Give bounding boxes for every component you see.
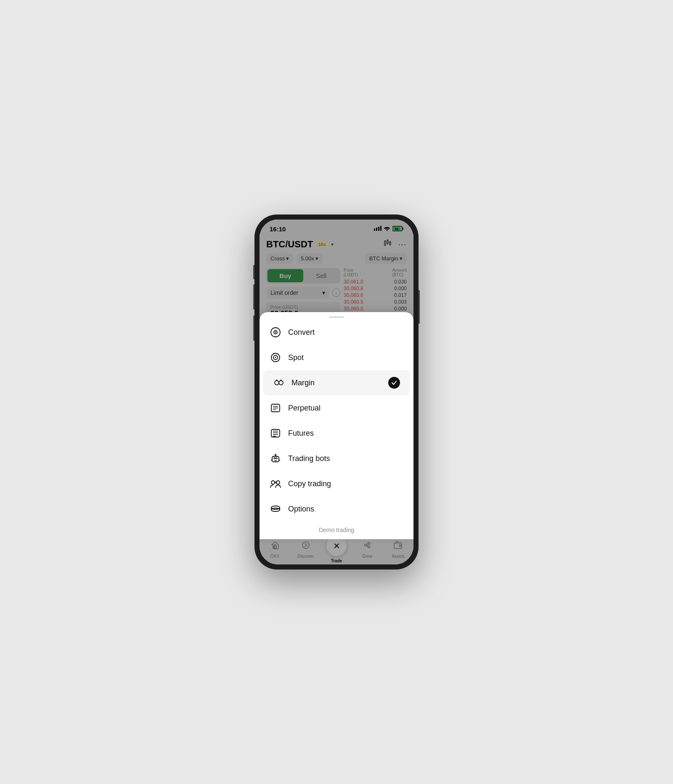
sheet-item-copy-trading[interactable]: Copy trading bbox=[260, 471, 413, 496]
side-button-power bbox=[419, 290, 420, 324]
margin-label: Margin bbox=[291, 379, 315, 387]
sheet-item-spot[interactable]: Spot bbox=[260, 345, 413, 370]
side-button-vol-down bbox=[253, 315, 254, 341]
svg-point-44 bbox=[271, 481, 275, 484]
selected-check bbox=[388, 377, 400, 389]
svg-point-45 bbox=[276, 481, 280, 484]
side-button-silent bbox=[253, 265, 254, 279]
trading-bots-label: Trading bots bbox=[288, 454, 330, 463]
futures-label: Futures bbox=[288, 429, 314, 438]
demo-trading-label: Demo trading bbox=[319, 527, 354, 533]
copy-trading-icon bbox=[270, 478, 281, 490]
trading-bots-icon bbox=[270, 453, 281, 464]
sheet-item-futures[interactable]: Futures bbox=[260, 421, 413, 446]
spot-label: Spot bbox=[288, 353, 304, 362]
svg-rect-38 bbox=[276, 458, 277, 459]
futures-icon bbox=[270, 427, 281, 439]
options-label: Options bbox=[288, 505, 314, 514]
convert-icon bbox=[270, 326, 281, 338]
sheet-item-perpetual[interactable]: Perpetual bbox=[260, 395, 413, 421]
sheet-item-convert[interactable]: Convert bbox=[260, 320, 413, 345]
phone-frame: 16:10 94 bbox=[254, 215, 419, 569]
svg-point-19 bbox=[275, 332, 276, 333]
sheet-item-options[interactable]: Options bbox=[260, 496, 413, 522]
svg-point-23 bbox=[275, 381, 279, 385]
svg-point-22 bbox=[275, 357, 276, 358]
margin-icon bbox=[273, 377, 285, 389]
perpetual-icon bbox=[270, 402, 281, 414]
demo-trading-row[interactable]: Demo trading bbox=[260, 522, 413, 535]
sheet-handle bbox=[329, 316, 344, 318]
phone-screen: 16:10 94 bbox=[260, 220, 413, 564]
copy-trading-label: Copy trading bbox=[288, 479, 331, 488]
sheet-item-trading-bots[interactable]: Trading bots bbox=[260, 446, 413, 471]
svg-point-40 bbox=[275, 454, 276, 456]
perpetual-label: Perpetual bbox=[288, 404, 321, 413]
bottom-sheet: Convert Spot bbox=[260, 312, 413, 539]
svg-rect-36 bbox=[272, 456, 279, 462]
svg-point-24 bbox=[279, 381, 283, 385]
convert-label: Convert bbox=[288, 328, 315, 337]
svg-point-48 bbox=[271, 508, 280, 511]
sheet-item-margin[interactable]: Margin bbox=[263, 370, 410, 395]
spot-icon bbox=[270, 352, 281, 363]
options-icon bbox=[270, 503, 281, 515]
svg-rect-37 bbox=[274, 458, 275, 459]
side-button-vol-up bbox=[253, 284, 254, 310]
